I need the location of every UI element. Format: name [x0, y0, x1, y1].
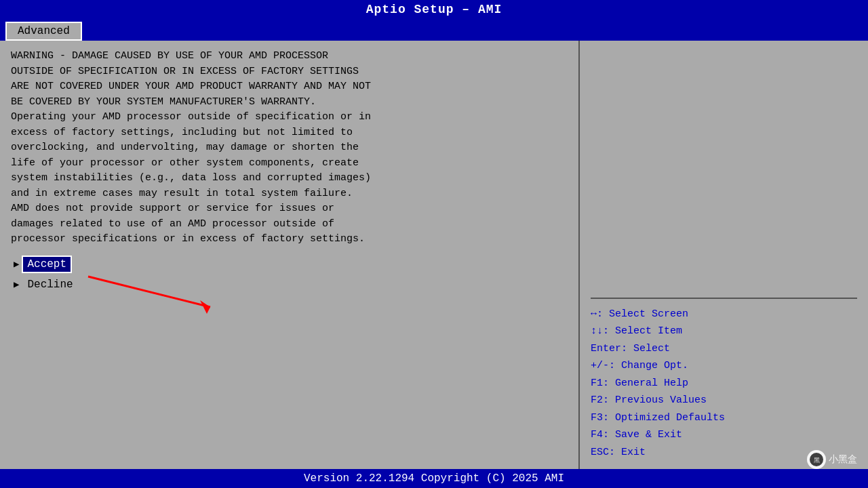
footer-text: Version 2.22.1294 Copyright (C) 2025 AMI — [304, 472, 564, 485]
watermark-logo: 黑 — [809, 452, 824, 467]
help-select-screen: ↔: Select Screen — [591, 306, 857, 323]
help-previous-values: F2: Previous Values — [591, 392, 857, 409]
watermark-text: 小黑盒 — [829, 453, 857, 466]
svg-marker-1 — [200, 300, 210, 314]
help-optimized-defaults: F3: Optimized Defaults — [591, 409, 857, 427]
accept-label: Accept — [23, 257, 71, 272]
app-title: Aptio Setup – AMI — [366, 3, 502, 16]
right-panel: ↔: Select Screen ↕↓: Select Item Enter: … — [580, 41, 868, 469]
watermark-icon: 黑 — [807, 450, 826, 469]
help-text: ↔: Select Screen ↕↓: Select Item Enter: … — [591, 306, 857, 462]
help-enter-select: Enter: Select — [591, 340, 857, 358]
tab-advanced[interactable]: Advanced — [5, 22, 82, 41]
help-select-item: ↕↓: Select Item — [591, 323, 857, 340]
option-decline[interactable]: ▶ Decline — [11, 276, 568, 293]
title-bar: Aptio Setup – AMI — [0, 0, 868, 19]
left-panel: WARNING - DAMAGE CAUSED BY USE OF YOUR A… — [0, 41, 580, 469]
warning-text: WARNING - DAMAGE CAUSED BY USE OF YOUR A… — [11, 49, 568, 247]
help-change-opt: +/-: Change Opt. — [591, 357, 857, 375]
watermark: 黑 小黑盒 — [807, 450, 857, 469]
svg-text:黑: 黑 — [814, 457, 820, 464]
help-general-help: F1: General Help — [591, 375, 857, 392]
main-content: WARNING - DAMAGE CAUSED BY USE OF YOUR A… — [0, 41, 868, 469]
decline-arrow: ▶ — [14, 279, 19, 290]
help-save-exit: F4: Save & Exit — [591, 426, 857, 444]
accept-arrow: ▶ — [14, 258, 19, 270]
options-area: ▶ Accept ▶ Decline — [11, 256, 568, 293]
option-accept[interactable]: ▶ Accept — [11, 256, 568, 273]
tab-bar: Advanced — [0, 19, 868, 41]
help-divider — [591, 298, 857, 299]
decline-label: Decline — [23, 277, 77, 292]
footer: Version 2.22.1294 Copyright (C) 2025 AMI — [0, 469, 868, 488]
